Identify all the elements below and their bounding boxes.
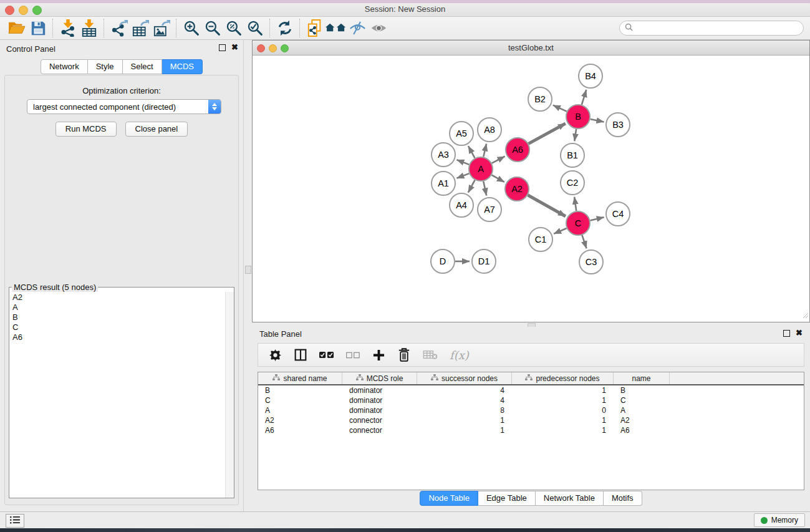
edge-C-C3[interactable] [582, 235, 586, 248]
edge-B-B2[interactable] [553, 105, 567, 112]
network-canvas[interactable]: AA1A2A3A4A5A6A7A8BB1B2B3B4CC1C2C3C4DD1 [253, 56, 809, 322]
export-network-icon[interactable] [108, 19, 130, 37]
deselect-all-icon[interactable] [346, 346, 360, 364]
close-panel-button[interactable]: Close panel [125, 122, 188, 137]
split-divider-horizontal[interactable] [252, 322, 810, 327]
tab-mcds[interactable]: MCDS [162, 59, 203, 74]
tab-select[interactable]: Select [123, 59, 162, 74]
edge-A-A7[interactable] [483, 181, 486, 196]
table-row[interactable]: Adominator80A [258, 405, 804, 415]
select-all-icon[interactable] [319, 346, 334, 364]
delete-column-icon[interactable] [397, 346, 411, 364]
hide-selected-icon[interactable] [347, 19, 368, 37]
gear-icon[interactable] [268, 346, 282, 364]
zoom-selected-icon[interactable] [244, 19, 266, 37]
graph-node-A4[interactable]: A4 [450, 193, 473, 217]
table-close-panel-icon[interactable]: ✖ [796, 329, 803, 337]
graph-node-B[interactable]: B [566, 105, 590, 128]
graph-node-A8[interactable]: A8 [478, 118, 501, 142]
export-table-icon[interactable] [130, 19, 151, 37]
add-column-icon[interactable] [372, 346, 385, 364]
open-session-icon[interactable] [6, 19, 27, 37]
zoom-in-icon[interactable] [181, 19, 202, 37]
edge-B-B1[interactable] [574, 129, 576, 141]
graph-node-B4[interactable]: B4 [579, 64, 602, 88]
edge-B-B4[interactable] [582, 90, 586, 105]
column-header-MCDS-role[interactable]: MCDS role [342, 372, 417, 384]
graph-node-A[interactable]: A [469, 157, 493, 181]
tab-network-table[interactable]: Network Table [536, 491, 604, 506]
graph-node-B2[interactable]: B2 [528, 87, 552, 111]
edge-A6-B[interactable] [529, 123, 566, 143]
table-float-panel-icon[interactable] [783, 330, 790, 337]
edge-C-C4[interactable] [590, 217, 604, 220]
graph-node-A2[interactable]: A2 [505, 177, 529, 201]
edge-A2-C[interactable] [528, 195, 566, 216]
column-header-successor-nodes[interactable]: successor nodes [417, 372, 512, 384]
run-mcds-button[interactable]: Run MCDS [55, 122, 117, 137]
edge-A-A2[interactable] [492, 175, 504, 182]
first-neighbors-icon[interactable] [325, 19, 347, 37]
split-divider-vertical[interactable] [244, 40, 252, 511]
close-panel-icon[interactable]: ✖ [231, 44, 238, 51]
float-panel-icon[interactable] [219, 44, 226, 51]
table-row[interactable]: Cdominator41C [258, 395, 804, 405]
control-panel: Control Panel ✖ NetworkStyleSelectMCDS O… [0, 40, 244, 511]
graph-node-A3[interactable]: A3 [432, 143, 455, 167]
result-scrollbar[interactable] [225, 292, 234, 498]
table-row[interactable]: A6connector11A6 [258, 425, 804, 435]
edge-A-A1[interactable] [456, 173, 469, 178]
table-row[interactable]: A2connector11A2 [258, 415, 804, 425]
resize-grip-icon[interactable] [803, 310, 809, 321]
edge-B-B3[interactable] [591, 119, 604, 122]
column-header-name[interactable]: name [614, 372, 670, 384]
delete-table-icon[interactable] [423, 346, 438, 364]
graph-node-C[interactable]: C [566, 211, 590, 235]
edge-A-A8[interactable] [483, 143, 486, 157]
function-builder-icon[interactable]: f(x) [450, 349, 469, 362]
import-table-icon[interactable] [79, 19, 100, 37]
graph-node-A5[interactable]: A5 [450, 122, 473, 145]
copy-network-icon[interactable] [304, 19, 325, 37]
export-image-icon[interactable] [151, 19, 172, 37]
tab-motifs[interactable]: Motifs [604, 491, 642, 506]
graph-node-B3[interactable]: B3 [606, 113, 630, 137]
search-input[interactable] [636, 23, 803, 34]
graph-node-D1[interactable]: D1 [472, 249, 496, 273]
zoom-out-icon[interactable] [202, 19, 223, 37]
search-box[interactable] [619, 21, 804, 36]
graph-node-B1[interactable]: B1 [561, 143, 584, 167]
edge-C-C1[interactable] [554, 228, 567, 234]
graph-node-D[interactable]: D [431, 249, 455, 273]
graph-node-C1[interactable]: C1 [529, 228, 552, 251]
divider-handle[interactable] [245, 266, 251, 274]
graph-node-C2[interactable]: C2 [561, 171, 584, 195]
import-network-icon[interactable] [57, 19, 79, 37]
graph-node-A6[interactable]: A6 [506, 138, 529, 162]
column-header-shared-name[interactable]: shared name [258, 372, 342, 384]
tab-node-table[interactable]: Node Table [420, 491, 478, 506]
save-session-icon[interactable] [27, 19, 49, 37]
tab-network[interactable]: Network [41, 59, 88, 74]
task-history-button[interactable] [6, 514, 24, 528]
table-row[interactable]: Bdominator41B [258, 385, 804, 395]
edge-A-A4[interactable] [468, 180, 475, 193]
graph-node-C3[interactable]: C3 [579, 250, 603, 274]
column-header-predecessor-nodes[interactable]: predecessor nodes [512, 372, 614, 384]
graph-node-A7[interactable]: A7 [478, 198, 501, 221]
edge-A-A3[interactable] [456, 160, 469, 165]
mcds-result-list[interactable]: A2ABCA6 [9, 292, 226, 498]
tab-edge-table[interactable]: Edge Table [478, 491, 536, 506]
zoom-fit-icon[interactable] [223, 19, 244, 37]
columns-icon[interactable] [294, 346, 307, 364]
graph-node-A1[interactable]: A1 [432, 172, 455, 195]
apply-layout-icon[interactable] [274, 19, 296, 37]
edge-A-A5[interactable] [468, 146, 475, 158]
edge-A-A6[interactable] [492, 157, 505, 163]
edge-C-C2[interactable] [574, 197, 576, 211]
show-all-icon[interactable] [368, 19, 389, 37]
optimization-select[interactable]: largest connected component (directed) [27, 99, 221, 114]
graph-node-C4[interactable]: C4 [606, 202, 630, 226]
tab-style[interactable]: Style [88, 59, 123, 74]
memory-button[interactable]: Memory [754, 513, 805, 527]
